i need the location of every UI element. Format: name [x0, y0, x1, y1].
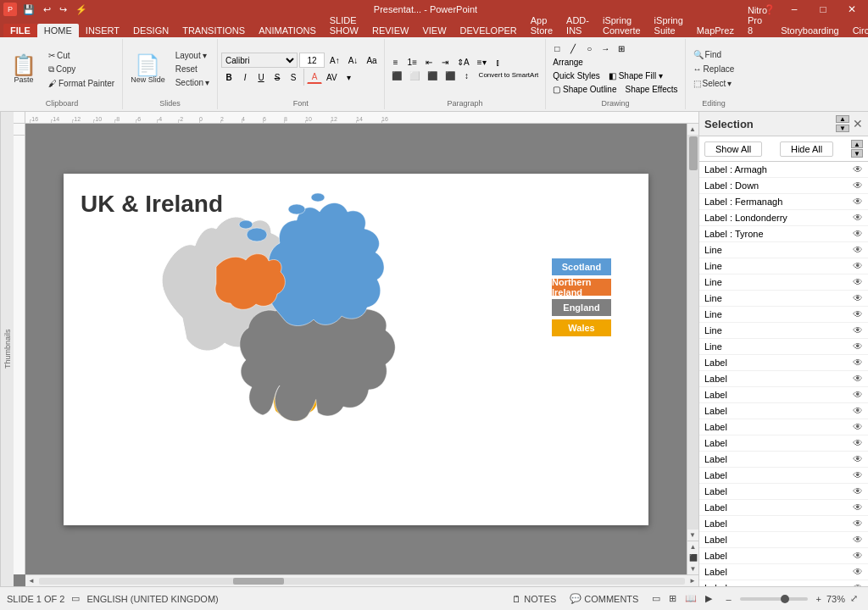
- visibility-icon[interactable]: 👁: [853, 453, 863, 465]
- strikethrough-button[interactable]: S: [270, 71, 285, 84]
- slide[interactable]: UK & Ireland: [64, 174, 648, 525]
- visibility-icon[interactable]: 👁: [853, 566, 863, 578]
- scroll-right-button[interactable]: ►: [687, 576, 698, 585]
- visibility-icon[interactable]: 👁: [853, 421, 863, 433]
- shape-oval-button[interactable]: ○: [581, 42, 597, 55]
- selection-item[interactable]: Label👁: [699, 419, 868, 435]
- zoom-in-button[interactable]: +: [813, 592, 825, 606]
- replace-button[interactable]: ↔ Replace: [689, 63, 739, 75]
- visibility-icon[interactable]: 👁: [853, 550, 863, 562]
- visibility-icon[interactable]: 👁: [853, 502, 863, 513]
- visibility-icon[interactable]: 👁: [853, 405, 863, 417]
- visibility-icon[interactable]: 👁: [853, 469, 863, 481]
- find-button[interactable]: 🔍 Find: [689, 48, 726, 61]
- selection-item[interactable]: Line👁: [699, 258, 868, 274]
- reset-button[interactable]: Reset: [171, 63, 214, 75]
- visibility-icon[interactable]: 👁: [853, 518, 863, 530]
- tab-insert[interactable]: INSERT: [79, 24, 126, 37]
- visibility-icon[interactable]: 👁: [853, 276, 863, 288]
- new-slide-button[interactable]: 📄 New Slide: [126, 53, 170, 86]
- selection-item[interactable]: Label👁: [699, 548, 868, 564]
- align-left-button[interactable]: ⬛: [388, 69, 405, 82]
- panel-resize-up[interactable]: ▲: [836, 115, 849, 123]
- align-right-button[interactable]: ⬛: [424, 69, 441, 82]
- selection-item[interactable]: Label👁: [699, 371, 868, 387]
- selection-item[interactable]: Label : Tyrone👁: [699, 226, 868, 242]
- text-direction-button[interactable]: ⇕A: [453, 56, 473, 69]
- comments-button[interactable]: 💬 COMMENTS: [566, 591, 642, 606]
- selection-item[interactable]: Line👁: [699, 323, 868, 339]
- visibility-icon[interactable]: 👁: [853, 164, 863, 175]
- char-spacing-button[interactable]: AV: [323, 71, 341, 84]
- tab-view[interactable]: VIEW: [415, 24, 453, 37]
- format-painter-button[interactable]: 🖌Format Painter: [44, 77, 119, 90]
- fit-slide-button[interactable]: ⤢: [847, 591, 861, 606]
- selection-item[interactable]: Line👁: [699, 274, 868, 291]
- copy-button[interactable]: ⧉Copy: [44, 63, 119, 76]
- tab-developer[interactable]: DEVELOPER: [453, 24, 524, 37]
- selection-item[interactable]: Label👁: [699, 484, 868, 500]
- selection-close-button[interactable]: ✕: [853, 117, 863, 130]
- shape-effects-button[interactable]: Shape Effects: [621, 83, 681, 96]
- bullet-button[interactable]: ≡: [388, 56, 403, 69]
- vertical-scrollbar[interactable]: ▲ ▼ ▲ ⬛ ▼: [687, 124, 698, 574]
- maximize-button[interactable]: □: [810, 0, 836, 19]
- bold-button[interactable]: B: [221, 71, 236, 84]
- font-color-button[interactable]: A: [307, 70, 322, 84]
- visibility-icon[interactable]: 👁: [853, 534, 863, 546]
- line-spacing-button[interactable]: ↕: [459, 69, 475, 82]
- selection-item[interactable]: Label👁: [699, 500, 868, 516]
- slideshow-button[interactable]: ▶: [702, 591, 715, 606]
- selection-item[interactable]: Line👁: [699, 242, 868, 258]
- panel-resize-down[interactable]: ▼: [836, 125, 849, 132]
- save-icon[interactable]: 💾: [20, 3, 37, 16]
- decrease-font-button[interactable]: A↓: [345, 54, 362, 67]
- indent-decrease-button[interactable]: ⇤: [421, 56, 437, 69]
- visibility-icon[interactable]: 👁: [853, 485, 863, 497]
- paste-button[interactable]: 📋 Paste: [5, 54, 42, 85]
- tab-mapprez[interactable]: MapPrez: [690, 24, 741, 37]
- italic-button[interactable]: I: [237, 71, 253, 84]
- select-button[interactable]: ⬚ Select ▾: [689, 77, 737, 90]
- selection-item[interactable]: Line👁: [699, 339, 868, 355]
- arrange-button[interactable]: Arrange: [549, 56, 587, 69]
- font-name-select[interactable]: Calibri: [221, 53, 298, 68]
- section-button[interactable]: Section ▾: [171, 76, 214, 89]
- show-all-button[interactable]: Show All: [704, 141, 762, 157]
- font-size-input[interactable]: [299, 53, 325, 68]
- increase-font-button[interactable]: A↑: [326, 54, 343, 67]
- zoom-out-button[interactable]: –: [722, 592, 734, 606]
- visibility-icon[interactable]: 👁: [853, 357, 863, 369]
- selection-item[interactable]: Line👁: [699, 291, 868, 307]
- zoom-thumb[interactable]: [781, 595, 789, 603]
- tab-storyboarding[interactable]: Storyboarding: [774, 24, 846, 37]
- normal-view-button[interactable]: ▭: [648, 591, 664, 606]
- tab-addins[interactable]: ADD-INS: [559, 14, 596, 37]
- prev-slide-button[interactable]: ▲: [688, 541, 698, 552]
- tab-animations[interactable]: ANIMATIONS: [252, 24, 323, 37]
- reading-view-button[interactable]: 📖: [682, 591, 700, 606]
- selection-item[interactable]: Label : Fermanagh👁: [699, 194, 868, 210]
- redo-icon[interactable]: ↪: [57, 3, 70, 16]
- underline-button[interactable]: U: [253, 71, 269, 84]
- layout-button[interactable]: Layout ▾: [171, 49, 214, 62]
- minimize-button[interactable]: –: [782, 0, 807, 19]
- shape-outline-button[interactable]: ▢ Shape Outline: [549, 83, 620, 96]
- visibility-icon[interactable]: 👁: [853, 373, 863, 385]
- tab-appstore[interactable]: App Store: [524, 14, 559, 37]
- selection-item[interactable]: Label : Londonderry👁: [699, 210, 868, 226]
- visibility-icon[interactable]: 👁: [853, 260, 863, 272]
- cut-button[interactable]: ✂Cut: [44, 49, 119, 62]
- shadow-button[interactable]: S: [286, 71, 301, 84]
- shape-fill-button[interactable]: ◧ Shape Fill ▾: [605, 69, 666, 82]
- selection-item[interactable]: Label👁: [699, 403, 868, 419]
- notes-button[interactable]: 🗒 NOTES: [509, 592, 559, 606]
- align-center-button[interactable]: ⬜: [406, 69, 423, 82]
- tab-home[interactable]: HOME: [37, 24, 79, 37]
- horizontal-scrollbar[interactable]: ◄ ►: [25, 574, 698, 586]
- close-button[interactable]: ✕: [839, 0, 865, 19]
- selection-item[interactable]: Label👁: [699, 387, 868, 403]
- visibility-icon[interactable]: 👁: [853, 180, 863, 191]
- selection-item[interactable]: Label👁: [699, 355, 868, 371]
- selection-item[interactable]: Label👁: [699, 532, 868, 548]
